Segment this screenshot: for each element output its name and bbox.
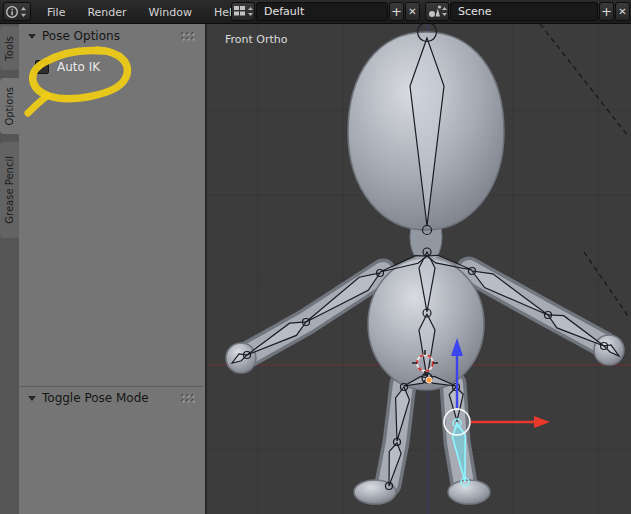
- 3d-viewport[interactable]: Front Ortho: [207, 24, 631, 514]
- scene-delete-button[interactable]: ✕: [615, 2, 630, 21]
- panel-collapse-icon: [28, 396, 36, 401]
- menu-file[interactable]: File: [36, 6, 76, 19]
- top-menu-bar: File Render Window Help Default + ✕: [0, 0, 631, 24]
- scene-browse-button[interactable]: [425, 2, 449, 21]
- screen-layout-browse-button[interactable]: [231, 2, 255, 21]
- toolshelf-tab-strip: Tools Options Grease Pencil: [0, 24, 19, 514]
- panel-title: Pose Options: [42, 29, 120, 43]
- menu-window[interactable]: Window: [138, 6, 203, 19]
- screen-layout-name-field[interactable]: Default: [256, 2, 388, 21]
- scene-icon: [426, 3, 448, 20]
- tab-options[interactable]: Options: [0, 78, 19, 134]
- armature-bones[interactable]: [232, 24, 619, 490]
- tab-tools[interactable]: Tools: [0, 26, 19, 70]
- menu-bar-items: File Render Window Help: [36, 0, 250, 24]
- editor-type-button[interactable]: [3, 2, 31, 21]
- dashed-relationship-lines: [540, 24, 628, 316]
- info-editor-icon: [4, 3, 30, 21]
- tab-grease-pencil[interactable]: Grease Pencil: [0, 142, 19, 238]
- pose-options-panel-header[interactable]: Pose Options: [19, 26, 203, 46]
- menu-render[interactable]: Render: [76, 6, 137, 19]
- toolshelf-panels: Pose Options ✓ Auto IK Toggle Pose Mode: [19, 24, 207, 514]
- auto-ik-label: Auto IK: [57, 60, 100, 74]
- panel-grip-handle[interactable]: [180, 31, 196, 41]
- auto-ik-row: ✓ Auto IK: [35, 60, 100, 74]
- manipulator-x-arrowhead[interactable]: [534, 416, 550, 428]
- screen-layout-delete-button[interactable]: ✕: [405, 2, 420, 21]
- scene-name-field[interactable]: Scene: [450, 2, 598, 21]
- panel-grip-handle[interactable]: [180, 393, 196, 403]
- screen-layout-name: Default: [264, 5, 304, 18]
- toggle-pose-mode-panel-header[interactable]: Toggle Pose Mode: [19, 388, 203, 408]
- blender-window: File Render Window Help Default + ✕: [0, 0, 631, 514]
- panel-divider: [19, 386, 203, 387]
- panel-collapse-icon: [28, 34, 36, 39]
- panel-title: Toggle Pose Mode: [42, 391, 149, 405]
- origin-dot: [426, 377, 432, 383]
- window-layout-icon: [232, 3, 254, 20]
- viewport-canvas[interactable]: [207, 24, 631, 514]
- scene-add-button[interactable]: +: [599, 2, 614, 21]
- scene-name: Scene: [458, 5, 492, 18]
- auto-ik-checkbox[interactable]: ✓: [35, 60, 49, 74]
- screen-layout-add-button[interactable]: +: [389, 2, 404, 21]
